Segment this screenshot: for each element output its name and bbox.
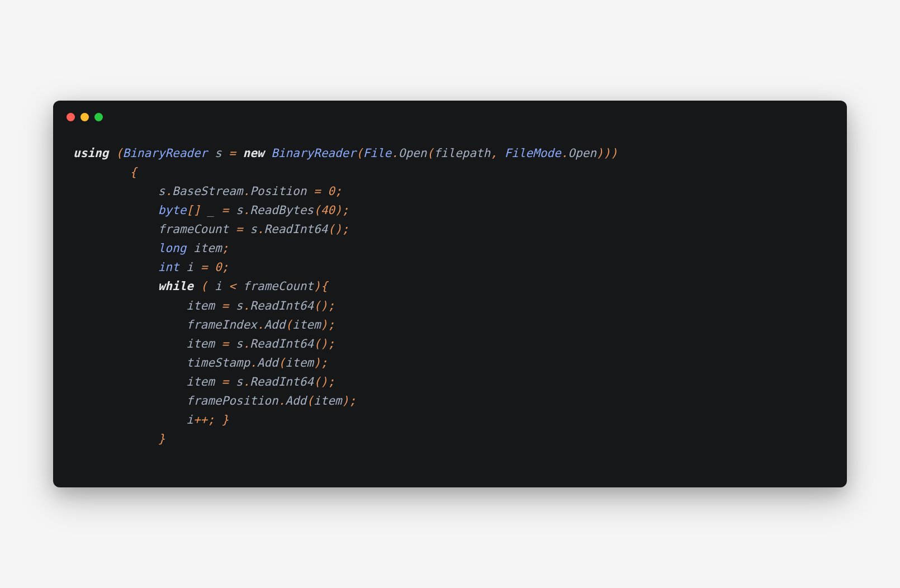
keyword-long: long: [158, 241, 187, 255]
type-binaryreader-ctor: BinaryReader: [271, 146, 356, 160]
titlebar: [53, 101, 847, 127]
keyword-int: int: [158, 260, 179, 274]
keyword-byte: byte: [158, 203, 187, 217]
type-filemode: FileMode: [504, 146, 561, 160]
var-timestamp: timeStamp: [186, 356, 250, 369]
var-i: i: [186, 260, 193, 274]
code-editor[interactable]: using (BinaryReader s = new BinaryReader…: [53, 127, 847, 487]
var-framecount: frameCount: [158, 222, 229, 236]
var-s: s: [215, 146, 222, 160]
keyword-new: new: [243, 146, 264, 160]
var-frameposition: framePosition: [186, 394, 278, 407]
type-file: File: [363, 146, 392, 160]
prop-position: Position: [250, 184, 306, 198]
brace-open: {: [130, 165, 137, 179]
prop-open: Open: [568, 146, 596, 160]
var-item: item: [193, 241, 222, 255]
code-window: using (BinaryReader s = new BinaryReader…: [53, 101, 847, 487]
number-0: 0: [328, 184, 335, 198]
minimize-icon[interactable]: [80, 113, 89, 121]
number-40: 40: [321, 203, 335, 217]
keyword-using: using: [73, 146, 108, 160]
var-underscore: _: [207, 203, 215, 217]
op-increment: ++: [193, 413, 207, 426]
var-filepath: filepath: [434, 146, 490, 160]
var-frameindex: frameIndex: [186, 318, 257, 331]
method-readbytes: ReadBytes: [250, 203, 314, 217]
op-lt: <: [229, 279, 236, 293]
prop-basestream: BaseStream: [172, 184, 243, 198]
keyword-while: while: [158, 279, 193, 293]
maximize-icon[interactable]: [94, 113, 103, 121]
brace-close-outer: }: [158, 432, 165, 445]
close-icon[interactable]: [67, 113, 75, 121]
brace-close: }: [222, 413, 229, 426]
method-open: Open: [399, 146, 427, 160]
type-binaryreader: BinaryReader: [123, 146, 208, 160]
equals: =: [229, 146, 236, 160]
paren-open: (: [116, 146, 123, 160]
method-add: Add: [264, 318, 285, 331]
method-readint64: ReadInt64: [264, 222, 328, 236]
